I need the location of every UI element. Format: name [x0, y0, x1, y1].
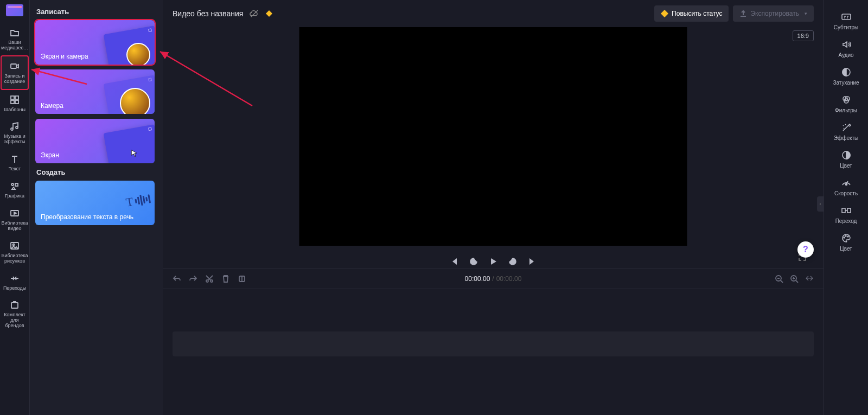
card-label: Камера	[41, 102, 63, 110]
right-color-adjust[interactable]: Цвет	[827, 146, 865, 173]
button-label: Повысить статус	[672, 10, 722, 17]
nav-transitions[interactable]: Переходы	[1, 269, 29, 296]
preview-canvas[interactable]	[299, 27, 687, 246]
cursor-icon	[130, 149, 138, 158]
nav-record-create[interactable]: Запись и создание	[1, 55, 29, 90]
nav-label: Комплект для брендов	[2, 312, 28, 329]
forward-button[interactable]	[508, 257, 518, 266]
nav-label: Библиотека рисунков	[2, 253, 28, 264]
avatar-icon	[120, 88, 150, 114]
chevron-down-icon: ▾	[805, 11, 807, 16]
right-audio[interactable]: Аудио	[827, 35, 865, 62]
delete-button[interactable]	[221, 274, 230, 283]
card-camera[interactable]: Камера	[35, 69, 155, 114]
camera-icon	[9, 61, 20, 72]
timeline-timecode: 00:00.00/00:00.00	[465, 275, 522, 283]
aspect-ratio-button[interactable]: 16:9	[793, 30, 814, 41]
topbar: Видео без названия Повысить статус Экспо…	[163, 0, 824, 27]
time-total: 00:00.00	[496, 275, 522, 283]
svg-rect-25	[847, 208, 851, 213]
timeline-track[interactable]	[173, 331, 814, 356]
cut-button[interactable]	[205, 274, 214, 283]
nav-templates[interactable]: Шаблоны	[1, 90, 29, 117]
avatar-icon	[126, 43, 150, 65]
music-icon	[9, 121, 20, 132]
export-button[interactable]: Экспортировать ▾	[733, 5, 814, 22]
nav-label: Запись и создание	[3, 74, 27, 85]
card-label: Экран	[41, 151, 59, 159]
cloud-off-icon	[250, 9, 259, 18]
card-screen-and-camera[interactable]: Экран и камера	[35, 20, 155, 65]
upgrade-button[interactable]: Повысить статус	[654, 5, 729, 22]
right-subtitles[interactable]: Субтитры	[827, 8, 865, 34]
svg-rect-3	[11, 100, 14, 104]
undo-button[interactable]	[173, 274, 181, 283]
tts-icon: T	[125, 191, 151, 209]
skip-end-button[interactable]	[527, 257, 537, 266]
svg-point-27	[845, 235, 846, 237]
graphics-icon	[9, 181, 20, 191]
left-sidebar: Ваши медиарес… Запись и создание Шаблоны…	[0, 0, 30, 415]
svg-point-12	[206, 280, 208, 282]
right-transition[interactable]: Переход	[827, 201, 865, 228]
redo-button[interactable]	[189, 274, 197, 283]
nav-music[interactable]: Музыка и эффекты	[1, 117, 29, 149]
right-filters[interactable]: Фильтры	[827, 91, 865, 117]
palette-icon	[841, 233, 852, 244]
nav-text[interactable]: Текст	[1, 149, 29, 176]
card-label: Экран и камера	[41, 53, 88, 60]
timeline-area[interactable]	[163, 289, 824, 415]
play-button[interactable]	[488, 257, 498, 266]
button-label: Экспортировать	[750, 10, 799, 17]
right-color-picker[interactable]: Цвет	[827, 229, 865, 256]
folder-icon	[9, 27, 20, 38]
contrast-icon	[841, 150, 852, 161]
transitions-icon	[9, 273, 20, 284]
svg-rect-4	[15, 100, 18, 104]
svg-rect-0	[11, 64, 16, 68]
cc-icon	[841, 11, 852, 22]
card-screen[interactable]: Экран	[35, 119, 155, 163]
nav-image-library[interactable]: Библиотека рисунков	[1, 236, 29, 269]
nav-label: Ваши медиарес…	[1, 40, 28, 51]
preview-area: 16:9	[163, 27, 824, 269]
nav-label: Переходы	[3, 286, 26, 291]
nav-your-media[interactable]: Ваши медиарес…	[1, 23, 29, 55]
app-logo	[6, 4, 23, 16]
nav-graphics[interactable]: Графика	[1, 176, 29, 203]
collapse-right-panel[interactable]: ‹	[817, 196, 824, 212]
nav-brand-kit[interactable]: Комплект для брендов	[1, 295, 29, 333]
time-current: 00:00.00	[465, 275, 490, 283]
right-fade[interactable]: Затухание	[827, 63, 865, 90]
window-mock-icon	[104, 124, 155, 163]
records-panel: Записать Экран и камера Камера Экран Соз…	[30, 0, 163, 415]
svg-point-23	[845, 184, 847, 186]
svg-point-13	[210, 280, 213, 282]
speaker-icon	[841, 39, 852, 50]
right-effects[interactable]: Эффекты	[827, 118, 865, 145]
skip-start-button[interactable]	[449, 257, 459, 266]
nav-video-library[interactable]: Библиотека видео	[1, 203, 29, 236]
rewind-button[interactable]	[469, 257, 478, 266]
svg-rect-17	[842, 14, 851, 20]
split-button[interactable]	[238, 274, 246, 283]
card-label: Преобразование текста в речь	[41, 213, 133, 221]
svg-point-28	[847, 236, 848, 237]
video-lib-icon	[9, 208, 20, 219]
svg-rect-24	[842, 208, 845, 213]
zoom-in-button[interactable]	[790, 274, 799, 283]
zoom-out-button[interactable]	[775, 274, 783, 283]
svg-rect-2	[15, 96, 18, 99]
brand-icon	[9, 299, 20, 310]
nav-label: Графика	[5, 194, 24, 199]
right-speed[interactable]: Скорость	[827, 174, 865, 200]
diamond-icon	[266, 10, 272, 17]
svg-point-26	[844, 237, 845, 238]
svg-point-5	[11, 183, 14, 186]
svg-rect-1	[11, 96, 14, 99]
card-text-to-speech[interactable]: T Преобразование текста в речь	[35, 181, 155, 225]
fade-icon	[841, 67, 852, 78]
zoom-fit-button[interactable]	[805, 274, 814, 283]
help-button[interactable]: ?	[797, 241, 814, 258]
project-title[interactable]: Видео без названия	[173, 9, 243, 18]
